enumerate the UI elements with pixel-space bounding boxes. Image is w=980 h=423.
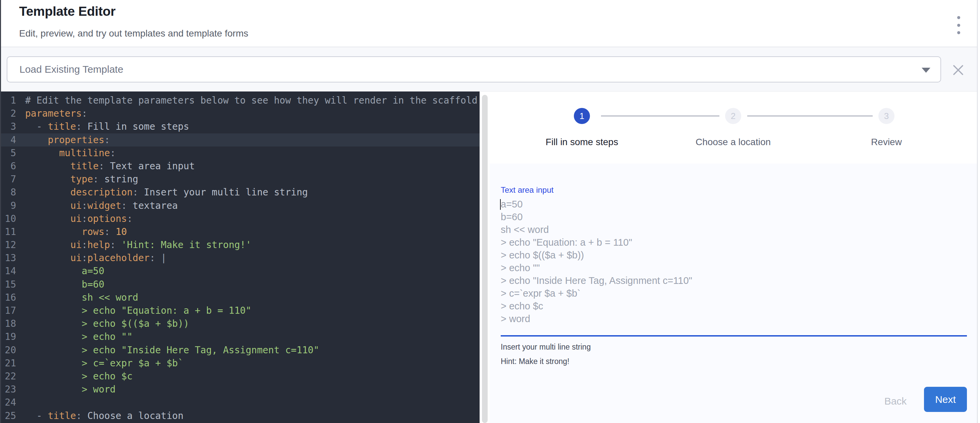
clear-template-button[interactable] — [950, 62, 966, 78]
line-number: 4 — [0, 133, 16, 146]
line-number: 3 — [0, 120, 16, 133]
textarea-line: > echo "Equation: a + b = 110" — [501, 236, 967, 249]
code-text — [16, 396, 25, 409]
code-line-10[interactable]: 10 ui:options: — [0, 212, 480, 225]
kebab-menu-icon[interactable] — [952, 16, 965, 35]
scrollbar-thumb[interactable] — [482, 95, 488, 423]
line-number: 13 — [0, 251, 16, 265]
code-text: a=50 — [16, 265, 104, 277]
code-text: ui:widget: textarea — [16, 199, 178, 212]
code-line-12[interactable]: 12 ui:help: 'Hint: Make it strong!' — [0, 238, 480, 251]
field-label: Text area input — [501, 185, 554, 195]
code-text: > echo "Inside Here Tag, Assignment c=11… — [16, 344, 319, 356]
code-text: title: Text area input — [16, 160, 195, 173]
page-header: Template Editor Edit, preview, and try o… — [0, 0, 977, 47]
line-number: 2 — [0, 107, 16, 120]
code-line-5[interactable]: 5 multiline: — [0, 146, 480, 160]
code-line-7[interactable]: 7 type: string — [0, 173, 480, 186]
code-line-6[interactable]: 6 title: Text area input — [0, 160, 480, 173]
page-title: Template Editor — [19, 4, 115, 19]
textarea-line: > echo "Inside Here Tag, Assignment c=11… — [501, 274, 967, 287]
code-line-3[interactable]: 3 - title: Fill in some steps — [0, 120, 480, 133]
code-line-15[interactable]: 15 b=60 — [0, 278, 480, 291]
chevron-down-icon — [922, 68, 931, 73]
line-number: 8 — [0, 186, 16, 199]
line-number: 24 — [0, 396, 16, 409]
code-text: b=60 — [16, 278, 104, 291]
code-line-14[interactable]: 14 a=50 — [0, 265, 480, 277]
code-line-1[interactable]: 1# Edit the template parameters below to… — [0, 94, 480, 107]
code-line-17[interactable]: 17 > echo "Equation: a + b = 110" — [0, 304, 480, 317]
code-line-16[interactable]: 16 sh << word — [0, 291, 480, 304]
code-line-23[interactable]: 23 > word — [0, 383, 480, 396]
code-text: description: Insert your multi line stri… — [16, 186, 308, 199]
code-line-2[interactable]: 2parameters: — [0, 107, 480, 120]
step-2-label: Choose a location — [695, 137, 771, 147]
code-area: 1# Edit the template parameters below to… — [0, 94, 480, 422]
step-3-circle: 3 — [878, 108, 894, 124]
close-icon — [952, 64, 964, 76]
code-line-20[interactable]: 20 > echo "Inside Here Tag, Assignment c… — [0, 344, 480, 356]
code-line-21[interactable]: 21 > c=`expr $a + $b` — [0, 356, 480, 370]
line-number: 9 — [0, 199, 16, 212]
code-text: - title: Choose a location — [16, 409, 183, 422]
field-help-text: Hint: Make it strong! — [501, 357, 570, 366]
code-line-11[interactable]: 11 rows: 10 — [0, 225, 480, 238]
line-number: 21 — [0, 356, 16, 370]
line-number: 16 — [0, 291, 16, 304]
code-line-8[interactable]: 8 description: Insert your multi line st… — [0, 186, 480, 199]
line-number: 14 — [0, 265, 16, 277]
step-1-label: Fill in some steps — [546, 137, 618, 147]
code-line-24[interactable]: 24 — [0, 396, 480, 409]
line-number: 25 — [0, 409, 16, 422]
code-text: properties: — [16, 133, 110, 146]
line-number: 17 — [0, 304, 16, 317]
field-description: Insert your multi line string — [501, 342, 590, 352]
step-connector — [601, 116, 719, 116]
code-text: > c=`expr $a + $b` — [16, 356, 183, 370]
page-subtitle: Edit, preview, and try out templates and… — [19, 28, 248, 39]
code-text: > echo "" — [16, 330, 132, 343]
line-number: 12 — [0, 238, 16, 251]
select-placeholder: Load Existing Template — [19, 64, 123, 75]
code-text: ui:placeholder: | — [16, 251, 166, 265]
code-text: multiline: — [16, 146, 116, 160]
line-number: 20 — [0, 344, 16, 356]
code-line-22[interactable]: 22 > echo $c — [0, 370, 480, 383]
textarea-placeholder: a=50b=60sh << word> echo "Equation: a + … — [501, 198, 967, 325]
editor-scrollbar[interactable] — [480, 92, 490, 423]
line-number: 18 — [0, 317, 16, 330]
code-text: ui:help: 'Hint: Make it strong!' — [16, 238, 251, 251]
line-number: 5 — [0, 146, 16, 160]
code-line-25[interactable]: 25 - title: Choose a location — [0, 409, 480, 422]
step-3-label: Review — [871, 137, 902, 147]
code-text: rows: 10 — [16, 225, 127, 238]
load-template-select[interactable]: Load Existing Template — [7, 56, 941, 82]
panel-right-border — [977, 0, 978, 423]
code-text: ui:options: — [16, 212, 132, 225]
next-button[interactable]: Next — [924, 387, 967, 412]
back-button[interactable]: Back — [875, 393, 916, 409]
line-number: 10 — [0, 212, 16, 225]
textarea-line: a=50 — [501, 198, 967, 211]
kebab-dot — [957, 24, 960, 27]
load-template-bar: Load Existing Template — [0, 47, 977, 92]
code-line-13[interactable]: 13 ui:placeholder: | — [0, 251, 480, 265]
yaml-code-editor[interactable]: 1# Edit the template parameters below to… — [0, 92, 480, 423]
code-text: - title: Fill in some steps — [16, 120, 189, 133]
textarea-focus-underline — [501, 335, 967, 336]
textarea-input[interactable]: a=50b=60sh << word> echo "Equation: a + … — [501, 198, 967, 325]
template-form-panel: Text area input a=50b=60sh << word> echo… — [490, 163, 977, 423]
code-line-18[interactable]: 18 > echo $(($a + $b)) — [0, 317, 480, 330]
code-line-9[interactable]: 9 ui:widget: textarea — [0, 199, 480, 212]
line-number: 1 — [0, 94, 16, 107]
step-connector — [747, 116, 873, 116]
code-line-19[interactable]: 19 > echo "" — [0, 330, 480, 343]
code-text: type: string — [16, 173, 138, 186]
window-left-edge — [0, 0, 1, 423]
code-text: > echo "Equation: a + b = 110" — [16, 304, 251, 317]
code-line-4[interactable]: 4 properties: — [0, 133, 480, 146]
textarea-line: > word — [501, 312, 967, 325]
code-text: > word — [16, 383, 116, 396]
textarea-line: > echo $c — [501, 299, 967, 312]
